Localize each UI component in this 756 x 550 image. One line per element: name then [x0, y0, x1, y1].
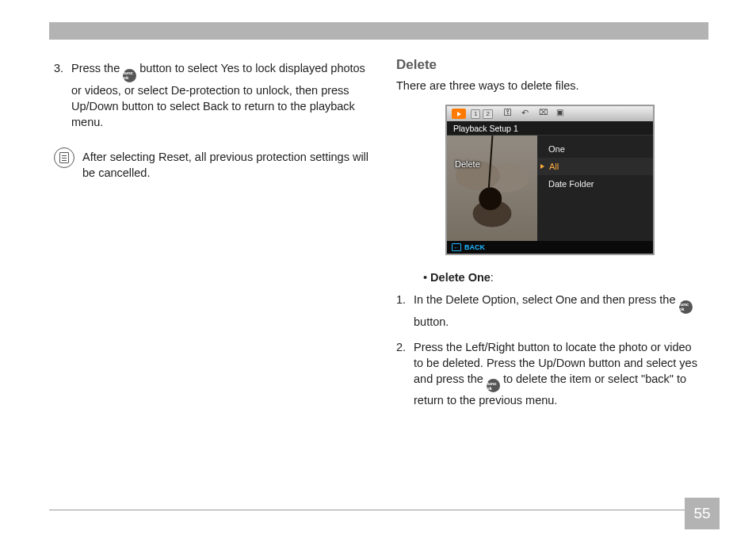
step-number: 1.: [396, 292, 414, 330]
step-text: Press the Left/Right button to locate th…: [414, 339, 704, 409]
left-column: 3. Press the func ok button to select Ye…: [54, 60, 371, 181]
top-icons: [504, 110, 566, 118]
playback-icon: [452, 109, 466, 119]
screenshot-left-pane: Delete: [447, 136, 537, 241]
option-one: One: [537, 140, 653, 158]
key-icon: [504, 110, 514, 118]
step-text: Press the func ok button to select Yes t…: [71, 60, 371, 130]
screenshot-options-pane: One All Date Folder: [537, 136, 653, 241]
step-number: 2.: [396, 339, 414, 409]
section-heading-delete: Delete: [396, 57, 704, 73]
back-icon: ←: [452, 243, 461, 251]
screenshot-left-label: Delete: [455, 159, 480, 169]
func-ok-icon: func ok: [123, 69, 136, 82]
delete-step-1: 1. In the Delete Option, select One and …: [396, 292, 704, 330]
step-3: 3. Press the func ok button to select Ye…: [54, 60, 371, 130]
func-ok-icon: func ok: [679, 300, 693, 314]
delete-one-bullet: • Delete One:: [396, 271, 704, 284]
footer-rule: [49, 510, 708, 510]
top-tab-1: 1: [471, 109, 480, 119]
step-text: In the Delete Option, select One and the…: [414, 292, 704, 330]
footer-back-label: BACK: [464, 243, 485, 251]
screenshot-subtitle: Playback Setup 1: [447, 121, 653, 136]
page-number: 55: [685, 498, 720, 529]
display-icon: [539, 110, 548, 118]
header-bar: [49, 22, 708, 40]
flower-image: [447, 136, 537, 241]
delete-one-label: Delete One: [430, 271, 491, 284]
step-number: 3.: [54, 60, 71, 130]
delete-one-steps: 1. In the Delete Option, select One and …: [396, 292, 704, 408]
option-date-folder: Date Folder: [537, 175, 653, 193]
option-all: All: [537, 158, 653, 175]
top-tab-2: 2: [483, 109, 492, 119]
picture-icon: [556, 110, 566, 118]
rotate-icon: [521, 110, 531, 118]
delete-step-2: 2. Press the Left/Right button to locate…: [396, 339, 704, 409]
right-column: Delete There are three ways to delete fi…: [396, 57, 704, 418]
protection-steps-continued: 3. Press the func ok button to select Ye…: [54, 60, 371, 130]
func-ok-icon: func ok: [487, 379, 500, 392]
note-box: After selecting Reset, all previous prot…: [54, 147, 371, 181]
screenshot-footer: ← BACK: [447, 241, 653, 254]
note-text: After selecting Reset, all previous prot…: [82, 147, 371, 181]
camera-screenshot: 1 2 Playback Setup 1 Delete One: [445, 105, 655, 255]
screenshot-body: Delete One All Date Folder: [447, 136, 653, 241]
delete-intro: There are three ways to delete files.: [396, 78, 704, 94]
screenshot-top-bar: 1 2: [447, 106, 653, 121]
note-icon: [54, 147, 74, 168]
top-tabs: 1 2: [471, 109, 493, 119]
